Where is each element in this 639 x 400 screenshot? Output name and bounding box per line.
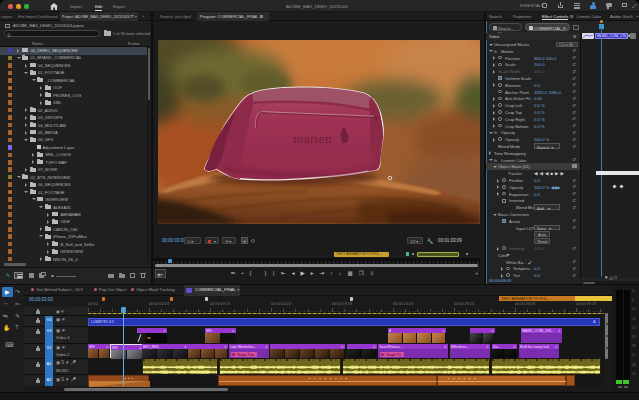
svg-text:marten: marten — [293, 131, 332, 146]
svg-text:adventure: adventure — [306, 146, 333, 150]
